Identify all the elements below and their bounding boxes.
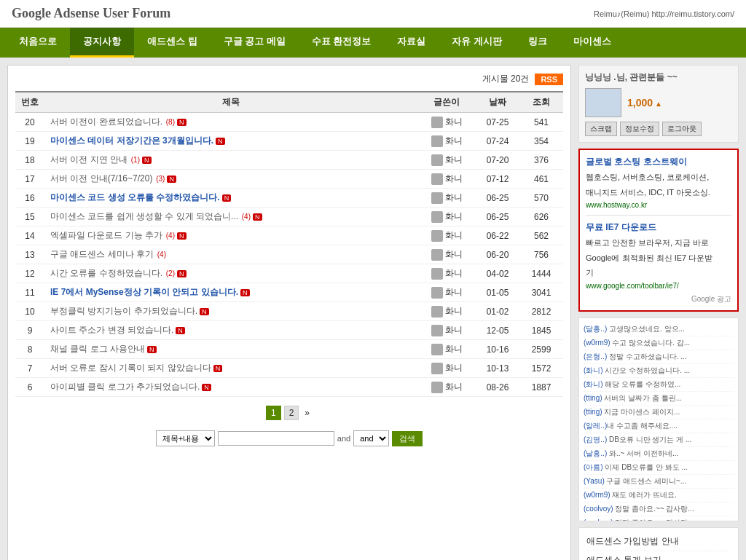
post-title-link[interactable]: 사이트 주소가 변경 되었습니다. xyxy=(50,325,173,335)
cell-date: 06-20 xyxy=(476,245,519,264)
post-title-link[interactable]: 아이피별 클릭 로그가 추가되었습니다. xyxy=(50,382,200,392)
reply-count: (4) xyxy=(155,251,166,259)
list-item: (화니) 해당 오류를 수정하였... xyxy=(584,378,734,392)
search-input[interactable] xyxy=(218,431,334,446)
cell-author: 화니 xyxy=(417,245,476,264)
new-badge: N xyxy=(177,119,186,126)
nav-item-notices[interactable]: 공지사항 xyxy=(70,28,134,58)
author-name: 화니 xyxy=(445,324,463,336)
post-title-link[interactable]: 서버 이전 지연 안내 xyxy=(50,154,127,165)
post-title-link[interactable]: 엑셀파일 다운로드 기능 추가 xyxy=(50,230,162,240)
ad-2-link[interactable]: 무료 IE7 다운로드 xyxy=(586,222,656,232)
sidebar-link[interactable]: 애드센스 통계 보기 xyxy=(586,551,731,561)
comment-text: 서버의 날짜가 좀 틀린... xyxy=(602,394,682,402)
cell-author: 화니 xyxy=(417,378,476,397)
author-name: 화니 xyxy=(445,154,463,166)
comment-text: 고생많으셨네요. 앞으... xyxy=(607,325,685,333)
nav-item-mail[interactable]: 구글 공고 메일 xyxy=(211,28,299,58)
comment-text: 시간오 수정하였습니다. ... xyxy=(603,366,690,374)
search-button[interactable]: 검색 xyxy=(392,431,423,446)
cell-views: 2599 xyxy=(519,340,563,359)
post-title-link[interactable]: 채널 클릭 로그 사용안내 xyxy=(50,344,145,354)
post-title-link[interactable]: IE 7에서 MySense정상 기록이 안되고 있습니다. xyxy=(50,287,238,297)
profile-name: 닝닝닝 .님, 관련분들 ~~ xyxy=(585,71,678,84)
author-name: 화니 xyxy=(445,116,463,128)
scrap-button[interactable]: 스크랩 xyxy=(585,122,617,136)
cell-num: 19 xyxy=(15,132,44,151)
cell-date: 06-22 xyxy=(476,226,519,245)
cell-views: 562 xyxy=(519,226,563,245)
nav-item-links[interactable]: 링크 xyxy=(515,28,560,58)
table-row: 10부정클릭 방지기능이 추가되었습니다.N화니01-022812 xyxy=(15,302,563,321)
search-bar: 제목+내용 and and or 검색 xyxy=(15,430,563,446)
comment-user: (아름) xyxy=(584,463,603,471)
logout-button[interactable]: 로그아웃 xyxy=(662,122,702,136)
cell-date: 10-16 xyxy=(476,340,519,359)
next-page-arrow[interactable]: » xyxy=(302,406,313,419)
new-badge: N xyxy=(200,308,209,315)
cell-author: 화니 xyxy=(417,189,476,208)
post-title-link[interactable]: 마이센스 코드를 쉽게 생성할 수 있게 되었습니... xyxy=(50,211,238,221)
cell-num: 17 xyxy=(15,170,44,189)
page-2[interactable]: 2 xyxy=(284,406,299,420)
user-info: Reimu♪(Reimu) http://reimu.tistory.com/ xyxy=(594,9,734,18)
nav-item-exchange[interactable]: 수표 환전정보 xyxy=(299,28,385,58)
cell-date: 07-12 xyxy=(476,170,519,189)
comment-text: 수고 많으셨습니다. 감... xyxy=(610,339,690,347)
comment-text: 지금 마이센스 페이지... xyxy=(602,408,680,416)
post-title-link[interactable]: 서버 이전 안내(7/16~7/20) xyxy=(50,173,152,184)
board-table: 번호 제목 글쓴이 날짜 조회 20서버 이전이 완료되었습니다. (8)N화니… xyxy=(15,91,563,397)
author-name: 화니 xyxy=(445,267,463,280)
nav-item-files[interactable]: 자료실 xyxy=(384,28,439,58)
new-badge: N xyxy=(177,270,186,277)
cell-num: 14 xyxy=(15,226,44,245)
cell-title: 서버 오류로 잠시 기록이 되지 않았습니다N xyxy=(44,359,417,378)
post-title-link[interactable]: 서버 이전이 완료되었습니다. xyxy=(50,117,162,127)
sidebar-link[interactable]: 애드센스 가입방법 안내 xyxy=(586,532,731,551)
author-name: 화니 xyxy=(445,135,463,147)
comment-text: 내 수고좀 해주세요.... xyxy=(607,422,678,430)
new-badge: N xyxy=(222,194,232,202)
comment-text: DB오류 니만 생기는 게 ... xyxy=(607,435,691,443)
post-title-link[interactable]: 부정클릭 방지기능이 추가되었습니다. xyxy=(50,306,197,316)
ad-2-text2: Google에 최적화된 최신 IE7 다운받 xyxy=(586,252,731,264)
cell-views: 2812 xyxy=(519,302,563,321)
cell-views: 1845 xyxy=(519,321,563,340)
reply-count: (4) xyxy=(164,232,175,240)
content-area: 게시물 20건 RSS 번호 제목 글쓴이 날짜 조회 20서버 이전이 완료되… xyxy=(7,65,571,560)
board-body: 20서버 이전이 완료되었습니다. (8)N화니07-2554119마이센스 데… xyxy=(15,113,563,397)
nav-item-freeboard[interactable]: 자유 게시판 xyxy=(439,28,515,58)
list-item: (w0rm9) 쟤도 에러가 뜨네요. xyxy=(584,489,734,502)
post-title-link[interactable]: 마이센스 코드 생성 오류를 수정하였습니다. xyxy=(50,192,220,202)
search-type-select[interactable]: 제목+내용 xyxy=(156,430,215,446)
cell-num: 15 xyxy=(15,208,44,226)
post-title-link[interactable]: 구글 애드센스 세미나 후기 xyxy=(50,249,154,259)
edit-profile-button[interactable]: 정보수정 xyxy=(620,122,659,136)
cell-num: 18 xyxy=(15,151,44,170)
table-row: 11IE 7에서 MySense정상 기록이 안되고 있습니다.N화니01-05… xyxy=(15,283,563,302)
post-title-link[interactable]: 마이센스 데이터 저장기간은 3개월입니다. xyxy=(50,135,213,146)
ad-1-link[interactable]: 글로벌 호스팅 호스트웨이 xyxy=(586,157,687,167)
search-and-select[interactable]: and or xyxy=(353,430,389,446)
comment-user: (은형..) xyxy=(584,352,607,360)
rss-button[interactable]: RSS xyxy=(535,74,563,85)
list-item: (날홍..) 와..~ 서버 이전하네... xyxy=(584,447,734,461)
cell-title: 서버 이전 안내(7/16~7/20) (3)N xyxy=(44,170,417,189)
table-row: 17서버 이전 안내(7/16~7/20) (3)N화니07-12461 xyxy=(15,170,563,189)
avatar xyxy=(431,306,443,318)
page-1[interactable]: 1 xyxy=(266,406,281,420)
cell-title: 부정클릭 방지기능이 추가되었습니다.N xyxy=(44,302,417,321)
nav-item-tips[interactable]: 애드센스 팁 xyxy=(134,28,211,58)
nav-item-mysense[interactable]: 마이센스 xyxy=(560,28,624,58)
post-title-link[interactable]: 시간 오류를 수정하였습니다. xyxy=(50,268,162,278)
author-name: 화니 xyxy=(445,192,463,204)
list-item: (coolvoy) 정말 좀아요.~~ 감사랑... xyxy=(584,516,734,521)
profile-image xyxy=(585,88,621,117)
post-title-link[interactable]: 서버 오류로 잠시 기록이 되지 않았습니다 xyxy=(50,363,211,373)
cell-title: 마이센스 데이터 저장기간은 3개월입니다.N xyxy=(44,132,417,151)
nav-item-home[interactable]: 처음으로 xyxy=(6,28,70,58)
new-badge: N xyxy=(142,157,152,164)
ad-2-url: www.google.com/toolbar/ie7/ xyxy=(586,282,731,290)
cell-author: 화니 xyxy=(417,302,476,321)
pagination: 1 2 » xyxy=(15,406,563,420)
